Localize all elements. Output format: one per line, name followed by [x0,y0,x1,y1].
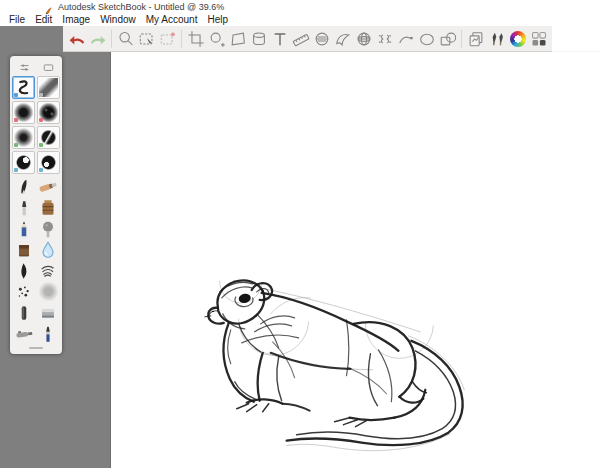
ruler-icon[interactable] [290,26,311,51]
menu-help[interactable]: Help [202,13,233,26]
brush-rubber-stamp[interactable] [36,197,60,218]
symmetry-icon[interactable] [374,26,395,51]
quick-select-icon[interactable] [206,26,227,51]
brush-fine-tip-brush[interactable] [12,197,36,218]
redo-icon[interactable] [87,26,108,51]
menu-my-account[interactable]: My Account [141,13,203,26]
sketchbook-app-icon [44,2,54,12]
brush-type-badge [14,168,18,172]
brush-tile-ink-squiggle-brush[interactable] [12,76,35,99]
layer-editor-icon[interactable] [528,26,549,51]
french-curve-icon[interactable] [332,26,353,51]
brush-type-badge [39,168,43,172]
brush-metal-eraser[interactable] [36,302,60,323]
menu-image[interactable]: Image [57,13,95,26]
zoom-icon[interactable] [115,26,136,51]
ellipse-icon[interactable] [416,26,437,51]
brush-airbrush-tool[interactable] [12,323,36,344]
title-bar: Autodesk SketchBook - Untitled @ 39.6% [0,0,600,13]
brush-list [12,176,60,344]
brush-type-badge [14,118,18,122]
palette-resize-grip[interactable] [29,347,43,349]
brush-type-badge [39,143,43,147]
workspace [0,52,600,468]
brush-ink-drop-pen[interactable] [12,260,36,281]
brush-blue-handle-brush[interactable] [36,323,60,344]
perspective-icon[interactable] [353,26,374,51]
toolbar-separator [461,30,462,48]
ellipse-guide-icon[interactable] [311,26,332,51]
window-title: Autodesk SketchBook - Untitled @ 39.6% [58,2,224,12]
brush-spatter-brush[interactable] [12,281,36,302]
toolbar-left-gap [0,26,63,52]
brush-tile-charcoal-swoosh-brush[interactable] [37,126,60,149]
text-icon[interactable] [269,26,290,51]
crop-icon[interactable] [185,26,206,51]
brush-tile-swirl-marker-1[interactable] [12,151,35,174]
brush-tile-airbrush-soft[interactable] [12,126,35,149]
brush-type-badge [39,118,43,122]
brush-palette-panel [10,56,62,354]
brush-smudge-stick[interactable] [12,302,36,323]
brush-tile-grid [12,76,60,174]
shapes-icon[interactable] [437,26,458,51]
brush-tile-soft-round-brush[interactable] [12,101,35,124]
deselect-icon[interactable] [157,26,178,51]
main-toolbar [63,26,552,52]
brush-watercolor-drop[interactable] [36,239,60,260]
brush-type-badge [39,93,43,97]
fill-icon[interactable] [248,26,269,51]
undo-icon[interactable] [66,26,87,51]
transform-icon[interactable] [227,26,248,51]
palette-menu-icon[interactable] [39,60,57,74]
brush-type-badge [14,143,18,147]
brush-pen-nib[interactable] [12,176,36,197]
brush-soft-faint-brush[interactable] [36,281,60,302]
brush-gray-mop-brush[interactable] [36,218,60,239]
toolbar-right-gap [552,26,600,52]
toolbar-separator [181,30,182,48]
import-image-icon[interactable] [465,26,486,51]
menu-edit[interactable]: Edit [30,13,57,26]
menu-file[interactable]: File [4,13,30,26]
brush-palette-icon[interactable] [486,26,507,51]
menu-bar: FileEditImageWindowMy AccountHelp [0,13,600,26]
toolbar-separator [111,30,112,48]
brush-tile-soft-smudge-brush[interactable] [37,76,60,99]
select-icon[interactable] [136,26,157,51]
brush-wooden-paintbrush[interactable] [36,176,60,197]
brush-blue-pencil[interactable] [12,218,36,239]
palette-footer [12,344,60,352]
brush-palette-header [12,58,60,76]
toolbar-row [0,26,600,52]
brush-tile-swirl-marker-2[interactable] [37,151,60,174]
brush-scratchy-scribble[interactable] [36,260,60,281]
color-editor-icon[interactable] [507,26,528,51]
drawing-canvas[interactable] [110,52,600,468]
animal-gesture-sketch [111,52,600,468]
brush-tile-textured-round-brush[interactable] [37,101,60,124]
brush-settings-icon[interactable] [15,60,33,74]
brush-type-badge [14,93,18,97]
menu-window[interactable]: Window [95,13,141,26]
brush-chisel-block[interactable] [12,239,36,260]
stroke-icon[interactable] [395,26,416,51]
